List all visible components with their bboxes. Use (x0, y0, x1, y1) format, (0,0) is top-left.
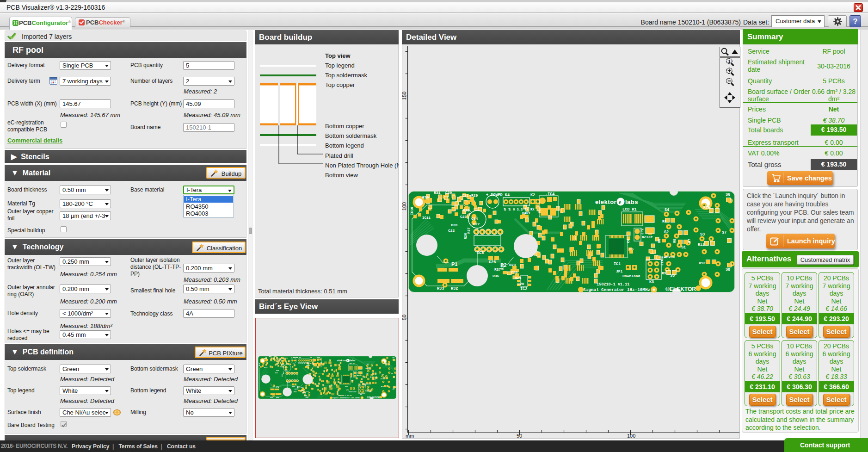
svg-text:1: 1 (728, 59, 730, 64)
